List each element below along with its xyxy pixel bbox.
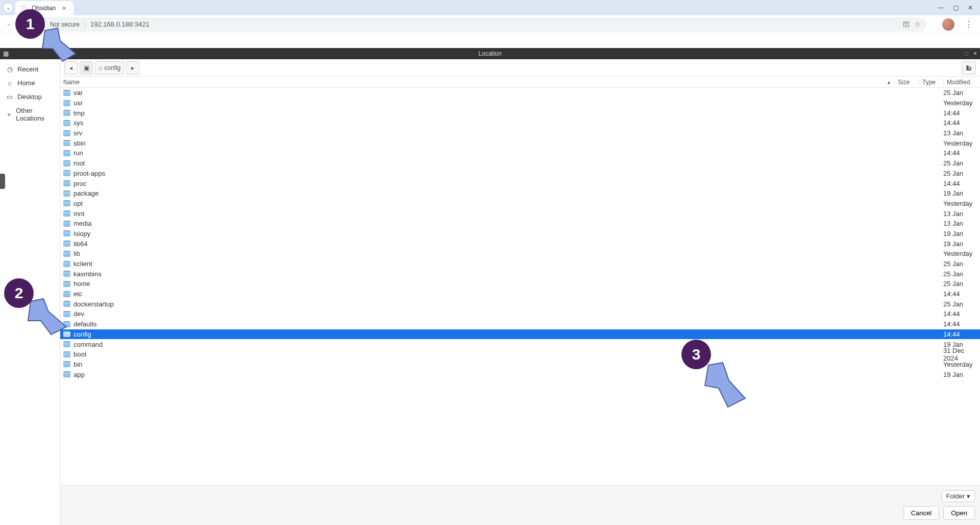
titlebar-close-icon[interactable]: × (973, 50, 977, 57)
file-name: command (74, 341, 103, 348)
sort-indicator-icon: ▲ (887, 80, 894, 85)
file-modified: Yesterday (943, 99, 980, 107)
file-modified: 14:44 (943, 310, 980, 318)
folder-icon (63, 230, 70, 236)
file-row-package[interactable]: package19 Jan (60, 188, 980, 199)
file-row-lib[interactable]: libYesterday (60, 249, 980, 259)
file-row-run[interactable]: run14:44 (60, 148, 980, 158)
file-row-etc[interactable]: etc14:44 (60, 289, 980, 299)
maximize-button[interactable]: ▢ (953, 4, 959, 11)
file-modified: 25 Jan (943, 260, 980, 268)
back-button[interactable]: ← (4, 18, 15, 30)
file-row-kasmbins[interactable]: kasmbins25 Jan (60, 269, 980, 279)
star-bookmark-icon[interactable]: ☆ (915, 20, 921, 28)
kebab-menu-icon[interactable]: ⋮ (962, 19, 976, 29)
sidebar-item-home[interactable]: ⌂Home (0, 76, 60, 90)
cancel-button[interactable]: Cancel (903, 506, 939, 520)
file-row-defaults[interactable]: defaults14:44 (60, 319, 980, 329)
file-row-bin[interactable]: binYesterday (60, 360, 980, 370)
file-modified: 31 Dec 2024 (943, 347, 980, 362)
file-row-lsiopy[interactable]: lsiopy19 Jan (60, 229, 980, 239)
sidebar-item-label: Home (17, 79, 35, 87)
svg-marker-0 (42, 28, 76, 61)
file-list[interactable]: var25 JanusrYesterdaytmp14:44sys14:44srv… (60, 88, 980, 485)
file-row-srv[interactable]: srv13 Jan (60, 128, 980, 138)
desktop-icon: ▭ (6, 93, 13, 101)
file-row-var[interactable]: var25 Jan (60, 88, 980, 98)
file-row-boot[interactable]: boot31 Dec 2024 (60, 349, 980, 360)
path-root-icon[interactable]: ▣ (80, 61, 93, 75)
file-name: lib64 (74, 240, 87, 248)
file-row-opt[interactable]: optYesterday (60, 199, 980, 209)
file-row-sys[interactable]: sys14:44 (60, 118, 980, 128)
file-name: opt (74, 200, 83, 207)
annotation-3-arrow (703, 360, 749, 411)
dialog-footer: Folder ▾ Cancel Open (60, 485, 980, 525)
column-modified[interactable]: Modified (943, 79, 980, 86)
column-name-label: Name (63, 79, 80, 86)
file-modified: 13 Jan (943, 220, 980, 227)
tab-list-dropdown[interactable]: ⌄ (3, 3, 13, 13)
file-modified: Yesterday (943, 200, 980, 207)
folder-icon (63, 241, 70, 247)
breadcrumb-config[interactable]: ⌂ config (95, 61, 124, 75)
file-row-mnt[interactable]: mnt13 Jan (60, 208, 980, 219)
file-row-proc[interactable]: proc14:44 (60, 178, 980, 188)
folder-icon (63, 90, 70, 96)
file-modified: 25 Jan (943, 170, 980, 177)
file-modified: 25 Jan (943, 280, 980, 288)
close-window-button[interactable]: ✕ (968, 4, 973, 11)
file-row-root[interactable]: root25 Jan (60, 158, 980, 169)
file-name: proc (74, 180, 86, 187)
vnc-side-handle[interactable] (0, 174, 5, 189)
file-modified: 13 Jan (943, 210, 980, 218)
profile-avatar[interactable] (942, 18, 954, 31)
titlebar-maximize-icon[interactable]: □ (965, 50, 968, 57)
file-row-app[interactable]: app19 Jan (60, 369, 980, 379)
folder-icon (63, 271, 70, 277)
browser-tab-strip: ⌄ Obsidian × — ▢ ✕ (0, 0, 980, 15)
file-row-kclient[interactable]: kclient25 Jan (60, 259, 980, 269)
file-name: boot (74, 350, 86, 358)
file-row-media[interactable]: media13 Jan (60, 219, 980, 229)
file-row-command[interactable]: command19 Jan (60, 339, 980, 349)
file-name: run (74, 149, 83, 157)
address-bar[interactable]: △ Not secure 192.168.0.188:3421 ⚿ ☆ (34, 17, 927, 32)
minimize-button[interactable]: — (938, 4, 944, 11)
file-name: tmp (74, 109, 85, 117)
folder-icon (63, 210, 70, 217)
column-headers[interactable]: Name ▲ Size Type Modified (60, 77, 980, 88)
close-tab-icon[interactable]: × (60, 4, 68, 12)
sidebar-item-other-locations[interactable]: +Other Locations (0, 104, 60, 125)
path-bar: ◂ ▣ ⌂ config ▸ (60, 59, 980, 77)
svg-marker-1 (28, 299, 66, 335)
file-name: defaults (74, 320, 97, 328)
file-type-combo[interactable]: Folder ▾ (942, 490, 975, 502)
column-type[interactable]: Type (919, 79, 943, 86)
file-row-dev[interactable]: dev14:44 (60, 309, 980, 319)
path-forward-button[interactable]: ▸ (126, 61, 139, 75)
file-row-sbin[interactable]: sbinYesterday (60, 138, 980, 148)
file-row-usr[interactable]: usrYesterday (60, 98, 980, 108)
folder-icon (63, 281, 70, 287)
sidebar-item-desktop[interactable]: ▭Desktop (0, 90, 60, 104)
folder-icon (63, 110, 70, 116)
column-name[interactable]: Name ▲ (60, 79, 894, 86)
column-size[interactable]: Size (894, 79, 919, 86)
file-row-lib64[interactable]: lib6419 Jan (60, 238, 980, 249)
file-row-dockerstartup[interactable]: dockerstartup25 Jan (60, 299, 980, 309)
file-name: proot-apps (74, 170, 105, 177)
open-button[interactable]: Open (943, 506, 975, 520)
file-row-config[interactable]: config14:44 (60, 329, 980, 340)
file-modified: 25 Jan (943, 89, 980, 97)
file-row-home[interactable]: home25 Jan (60, 279, 980, 289)
new-folder-button[interactable] (962, 61, 976, 75)
password-key-icon[interactable]: ⚿ (903, 20, 910, 28)
window-controls: — ▢ ✕ (938, 4, 977, 11)
file-row-tmp[interactable]: tmp14:44 (60, 108, 980, 118)
file-modified: 14:44 (943, 330, 980, 338)
file-modified: Yesterday (943, 361, 980, 368)
file-row-proot-apps[interactable]: proot-apps25 Jan (60, 169, 980, 179)
sidebar-item-label: Desktop (17, 93, 42, 101)
file-modified: 14:44 (943, 180, 980, 187)
